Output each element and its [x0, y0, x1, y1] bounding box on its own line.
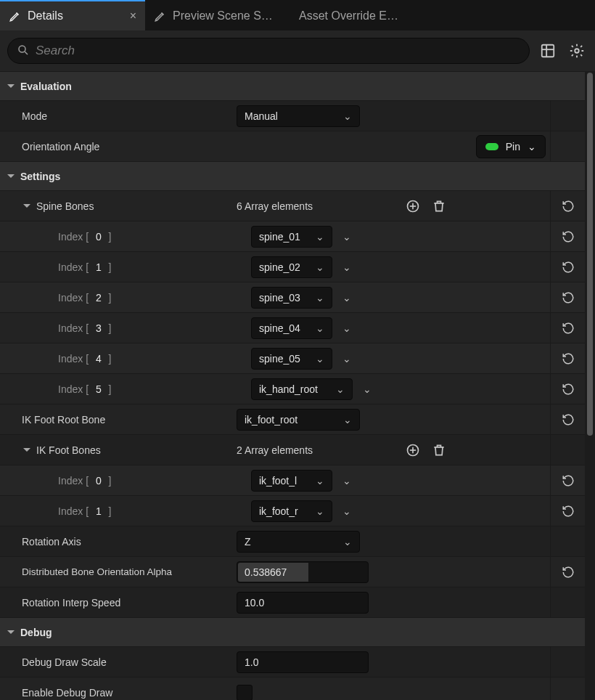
- bone-dropdown[interactable]: spine_04 ⌄: [251, 317, 332, 339]
- element-options-button[interactable]: ⌄: [340, 231, 354, 243]
- chevron-down-icon: [6, 627, 16, 638]
- pin-label: Pin: [506, 141, 520, 152]
- category-evaluation[interactable]: Evaluation: [0, 71, 585, 100]
- bone-dropdown[interactable]: spine_03 ⌄: [251, 287, 332, 309]
- view-options-button[interactable]: [537, 40, 559, 62]
- category-settings[interactable]: Settings: [0, 161, 585, 190]
- rotation-axis-dropdown[interactable]: Z ⌄: [237, 531, 360, 553]
- debug-draw-scale-input[interactable]: 1.0: [237, 651, 369, 673]
- dbo-alpha-input[interactable]: 0.538667: [237, 561, 369, 583]
- element-options-button[interactable]: ⌄: [340, 475, 354, 487]
- drag-handle[interactable]: [0, 374, 15, 404]
- property-label-spine-bones[interactable]: Spine Bones: [0, 191, 229, 221]
- scrollbar[interactable]: [585, 71, 595, 700]
- enable-debug-draw-checkbox[interactable]: [237, 685, 253, 701]
- reset-button[interactable]: [559, 410, 578, 429]
- reset-button[interactable]: [559, 319, 578, 338]
- chevron-down-icon: ⌄: [343, 536, 352, 548]
- property-label-ik-foot-bones[interactable]: IK Foot Bones: [0, 435, 229, 465]
- element-options-button[interactable]: ⌄: [340, 353, 354, 365]
- reset-button[interactable]: [559, 563, 578, 582]
- bone-dropdown[interactable]: spine_02 ⌄: [251, 256, 332, 278]
- tab-asset-override[interactable]: Asset Override E…: [290, 1, 421, 30]
- bone-dropdown[interactable]: ik_foot_l ⌄: [251, 470, 332, 492]
- reset-button[interactable]: [559, 502, 578, 521]
- drag-handle[interactable]: [0, 496, 15, 526]
- svg-point-5: [575, 49, 579, 53]
- dropdown-value: spine_04: [259, 322, 310, 334]
- reset-button[interactable]: [559, 197, 578, 216]
- array-index-label: Index [ 3 ]: [15, 313, 244, 343]
- category-title: Evaluation: [20, 81, 72, 92]
- dropdown-value: spine_05: [259, 353, 310, 365]
- chevron-down-icon: ⌄: [316, 475, 324, 487]
- clear-array-button[interactable]: [430, 441, 448, 460]
- mode-dropdown[interactable]: Manual ⌄: [237, 105, 360, 127]
- drag-handle[interactable]: [0, 252, 15, 282]
- pin-button[interactable]: Pin ⌄: [476, 135, 546, 158]
- element-options-button[interactable]: ⌄: [340, 505, 354, 517]
- add-element-button[interactable]: [403, 197, 422, 216]
- array-index-label: Index [ 4 ]: [15, 343, 244, 373]
- reset-cell: [550, 647, 585, 677]
- chevron-down-icon: ⌄: [528, 141, 536, 152]
- dropdown-value: Manual: [245, 110, 337, 122]
- element-options-button[interactable]: ⌄: [340, 292, 354, 304]
- pin-indicator-icon: [485, 143, 498, 150]
- bone-dropdown[interactable]: ik_hand_root ⌄: [251, 378, 353, 400]
- array-index-label: Index [ 5 ]: [15, 374, 244, 404]
- tab-preview-scene[interactable]: Preview Scene S…: [145, 1, 290, 30]
- element-options-button[interactable]: ⌄: [340, 261, 354, 273]
- bone-dropdown[interactable]: ik_foot_r ⌄: [251, 500, 332, 522]
- dropdown-value: Z: [245, 536, 337, 548]
- properties-panel: Evaluation Mode Manual ⌄ Orientation Ang…: [0, 71, 585, 700]
- tab-label: Asset Override E…: [299, 9, 412, 23]
- chevron-down-icon: [6, 171, 16, 182]
- tab-label: Preview Scene S…: [173, 9, 282, 23]
- reset-button[interactable]: [559, 258, 578, 277]
- drag-handle[interactable]: [0, 221, 15, 251]
- array-index-label: Index [ 0 ]: [15, 465, 244, 495]
- drag-handle[interactable]: [0, 313, 15, 343]
- dropdown-value: ik_hand_root: [259, 383, 330, 395]
- reset-button[interactable]: [559, 288, 578, 307]
- array-count: 6 Array elements: [237, 200, 313, 212]
- array-index-label: Index [ 1 ]: [15, 252, 244, 282]
- add-element-button[interactable]: [403, 441, 422, 460]
- drag-handle[interactable]: [0, 343, 15, 373]
- reset-button[interactable]: [559, 227, 578, 246]
- scrollbar-thumb[interactable]: [587, 73, 593, 436]
- array-index-label: Index [ 0 ]: [15, 221, 244, 251]
- tab-details[interactable]: Details ×: [0, 0, 145, 30]
- chevron-down-icon: [22, 445, 32, 455]
- rotation-interp-speed-input[interactable]: 10.0: [237, 592, 369, 614]
- toolbar: [0, 30, 595, 71]
- ik-foot-root-bone-dropdown[interactable]: ik_foot_root ⌄: [237, 409, 360, 431]
- settings-button[interactable]: [566, 40, 588, 62]
- reset-button[interactable]: [559, 471, 578, 490]
- reset-button[interactable]: [559, 349, 578, 368]
- chevron-down-icon: ⌄: [316, 353, 324, 365]
- numeric-value: 10.0: [245, 597, 264, 609]
- search-input-container[interactable]: [7, 38, 530, 64]
- element-options-button[interactable]: ⌄: [360, 383, 374, 395]
- element-options-button[interactable]: ⌄: [340, 322, 354, 334]
- reset-cell: [550, 526, 585, 556]
- property-label-rotation-axis: Rotation Axis: [0, 526, 229, 556]
- property-label-debug-draw-scale: Debug Draw Scale: [0, 647, 229, 677]
- tab-bar: Details × Preview Scene S… Asset Overrid…: [0, 0, 595, 30]
- reset-button[interactable]: [559, 380, 578, 399]
- drag-handle[interactable]: [0, 282, 15, 312]
- drag-handle[interactable]: [0, 465, 15, 495]
- bone-dropdown[interactable]: spine_05 ⌄: [251, 348, 332, 370]
- bone-dropdown[interactable]: spine_01 ⌄: [251, 226, 332, 248]
- category-debug[interactable]: Debug: [0, 617, 585, 646]
- close-icon[interactable]: ×: [130, 9, 136, 23]
- numeric-value: 1.0: [245, 656, 258, 668]
- search-input[interactable]: [36, 44, 520, 58]
- clear-array-button[interactable]: [430, 197, 448, 216]
- chevron-down-icon: ⌄: [343, 110, 352, 122]
- tab-label: Details: [28, 9, 124, 23]
- search-icon: [17, 44, 30, 59]
- category-title: Debug: [20, 627, 52, 638]
